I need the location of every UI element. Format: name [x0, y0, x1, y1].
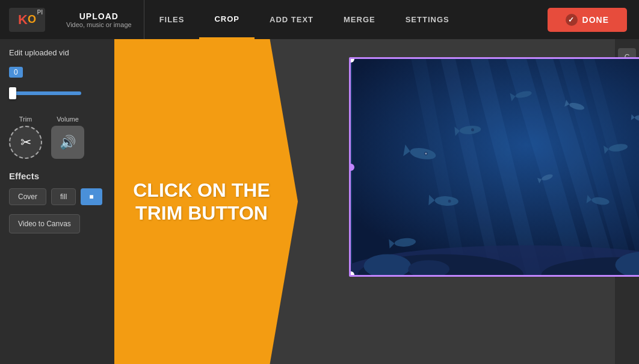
volume-value: 0: [9, 67, 23, 78]
volume-icon: 🔊: [60, 135, 76, 150]
done-button[interactable]: ✓ DONE: [548, 8, 627, 32]
volume-button[interactable]: 🔊: [51, 126, 84, 159]
sidebar-title: Edit uploaded vid: [9, 48, 105, 57]
slider-thumb[interactable]: [9, 87, 16, 99]
volume-label: Volume: [57, 116, 79, 123]
overlay-text: CLICK ON THE TRIM BUTTON: [111, 179, 298, 225]
logo-k: K: [18, 12, 28, 28]
top-navigation: K O PI UPLOAD Video, music or image FILE…: [0, 0, 639, 39]
upload-section: UPLOAD Video, music or image: [54, 0, 144, 39]
scissors-icon: ✂: [20, 135, 31, 150]
volume-slider[interactable]: [9, 82, 87, 103]
logo-area[interactable]: K O PI: [0, 0, 54, 39]
orange-overlay: CLICK ON THE TRIM BUTTON: [111, 39, 298, 364]
upload-label: UPLOAD: [79, 11, 119, 21]
slider-track: [9, 91, 81, 95]
trim-button[interactable]: ✂: [9, 126, 42, 159]
trim-tool: Trim ✂: [9, 116, 42, 159]
volume-tool: Volume 🔊: [51, 116, 84, 159]
main-area: Edit uploaded vid 0 Trim ✂ Volume 🔊: [0, 39, 639, 364]
volume-control: 0: [9, 66, 105, 103]
underwater-video: [351, 59, 639, 275]
done-label: DONE: [582, 15, 609, 25]
cover-button[interactable]: Cover: [9, 188, 46, 205]
trim-label: Trim: [19, 116, 32, 123]
tools-row: Trim ✂ Volume 🔊: [9, 116, 105, 159]
effects-buttons: Cover fill ■: [9, 188, 105, 205]
effects-title: Effects: [9, 171, 105, 181]
done-check-icon: ✓: [566, 14, 578, 26]
video-frame: [349, 57, 639, 277]
nav-item-files[interactable]: FILES: [144, 0, 200, 39]
logo-suffix: PI: [37, 9, 43, 16]
effects-section: Effects Cover fill ■ Video to Canvas: [9, 171, 105, 233]
fill-button[interactable]: fill: [51, 188, 76, 205]
logo-o: O: [28, 13, 36, 26]
nav-items: FILES CROP ADD TEXT MERGE SETTINGS: [144, 0, 548, 39]
nav-item-merge[interactable]: MERGE: [329, 0, 390, 39]
video-to-canvas-button[interactable]: Video to Canvas: [9, 214, 80, 233]
crop-handle-bl[interactable]: [349, 271, 354, 277]
nav-item-crop[interactable]: CROP: [199, 0, 255, 39]
upload-sub: Video, music or image: [66, 21, 132, 28]
effect-blue-button[interactable]: ■: [81, 188, 102, 205]
left-sidebar: Edit uploaded vid 0 Trim ✂ Volume 🔊: [0, 39, 114, 364]
logo: K O PI: [9, 8, 45, 32]
nav-item-addtext[interactable]: ADD TEXT: [255, 0, 329, 39]
nav-item-settings[interactable]: SETTINGS: [390, 0, 465, 39]
